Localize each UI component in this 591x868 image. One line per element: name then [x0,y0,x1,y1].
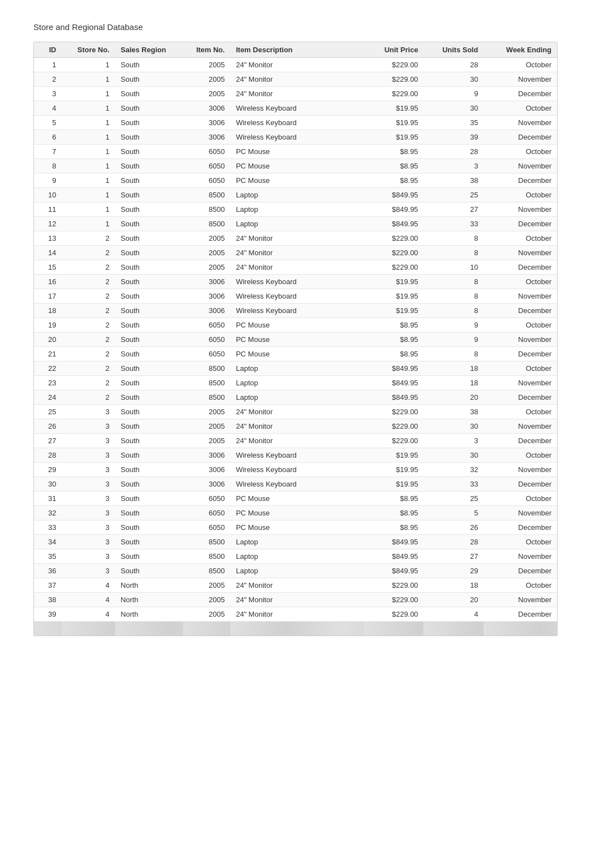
table-row: 11South200524" Monitor$229.0028October [34,58,557,72]
table-cell: South [115,564,183,578]
table-cell: 30 [34,477,62,492]
table-cell: 6050 [183,333,230,347]
table-cell: South [115,520,183,535]
table-cell: $849.95 [364,535,424,549]
table-cell: 35 [423,116,484,130]
table-row: 263South200524" Monitor$229.0030November [34,419,557,434]
table-cell: 3 [62,564,115,578]
table-cell: 1 [62,116,115,130]
table-cell: Laptop [230,549,364,564]
table-row: 182South3006Wireless Keyboard$19.958Dece… [34,304,557,318]
table-row: 31South200524" Monitor$229.009December [34,87,557,101]
table-cell: 13 [34,231,62,246]
table-cell: November [484,159,557,173]
table-row: 202South6050PC Mouse$8.959November [34,333,557,347]
table-cell: Wireless Keyboard [230,289,364,304]
table-cell: October [484,145,557,159]
table-cell: $8.95 [364,173,424,188]
col-header-week: Week Ending [484,42,557,58]
table-cell: 4 [62,578,115,593]
table-cell: December [484,477,557,492]
table-cell: October [484,578,557,593]
table-cell: 3006 [183,130,230,145]
table-cell: 5 [423,506,484,520]
table-cell: November [484,289,557,304]
table-cell: 11 [34,202,62,217]
table-cell: December [484,260,557,275]
table-cell [230,622,364,636]
table-cell: PC Mouse [230,173,364,188]
table-cell: PC Mouse [230,145,364,159]
table-row: 232South8500Laptop$849.9518November [34,376,557,390]
table-cell: November [484,376,557,390]
table-cell: 3 [62,506,115,520]
table-row: 273South200524" Monitor$229.003December [34,434,557,448]
table-cell: 2005 [183,87,230,101]
table-row [34,622,557,636]
table-cell: 4 [62,607,115,622]
table-cell: 4 [423,607,484,622]
table-cell: $229.00 [364,405,424,419]
table-cell: $19.95 [364,463,424,477]
table-cell: 1 [34,58,62,72]
table-cell: 24" Monitor [230,578,364,593]
table-cell: 38 [423,405,484,419]
table-cell: 24 [34,390,62,405]
table-cell: 18 [423,376,484,390]
table-cell: 24" Monitor [230,593,364,607]
table-cell: October [484,318,557,333]
table-cell: 3 [62,520,115,535]
table-cell: 3 [62,448,115,463]
table-row: 303South3006Wireless Keyboard$19.9533Dec… [34,477,557,492]
table-cell: $8.95 [364,492,424,506]
table-cell: 6050 [183,506,230,520]
table-cell: 2 [62,275,115,289]
table-cell: November [484,202,557,217]
table-row: 242South8500Laptop$849.9520December [34,390,557,405]
table-row: 91South6050PC Mouse$8.9538December [34,173,557,188]
table-cell: PC Mouse [230,159,364,173]
table-cell: 1 [62,173,115,188]
table-cell: 8500 [183,390,230,405]
table-cell: October [484,535,557,549]
table-cell: October [484,492,557,506]
table-cell: 24" Monitor [230,607,364,622]
table-cell: Wireless Keyboard [230,275,364,289]
table-cell: South [115,549,183,564]
table-cell: 15 [34,260,62,275]
table-row: 21South200524" Monitor$229.0030November [34,72,557,87]
table-row: 253South200524" Monitor$229.0038October [34,405,557,419]
table-cell: 2005 [183,593,230,607]
table-cell: 22 [34,361,62,376]
table-cell: December [484,390,557,405]
table-cell: 2 [62,231,115,246]
table-cell: 30 [423,72,484,87]
table-cell: Laptop [230,202,364,217]
table-cell: South [115,477,183,492]
col-header-itemno: Item No. [183,42,230,58]
table-cell: 2 [62,361,115,376]
table-cell: 2 [62,376,115,390]
table-cell: 28 [34,448,62,463]
table-cell: 3006 [183,289,230,304]
col-header-units: Units Sold [423,42,484,58]
table-cell: 3006 [183,448,230,463]
table-row: 343South8500Laptop$849.9528October [34,535,557,549]
table-cell: South [115,376,183,390]
table-cell: $229.00 [364,231,424,246]
table-cell: 33 [423,477,484,492]
table-cell: South [115,159,183,173]
table-cell: 8500 [183,564,230,578]
table-cell: 19 [34,318,62,333]
table-cell: October [484,58,557,72]
table-cell: South [115,304,183,318]
table-cell: $229.00 [364,260,424,275]
table-cell: 24" Monitor [230,260,364,275]
table-cell: Laptop [230,361,364,376]
table-cell: Wireless Keyboard [230,463,364,477]
table-cell: 29 [423,564,484,578]
table-row: 101South8500Laptop$849.9525October [34,188,557,202]
table-cell: South [115,173,183,188]
table-cell: 3 [34,87,62,101]
table-cell: $19.95 [364,304,424,318]
